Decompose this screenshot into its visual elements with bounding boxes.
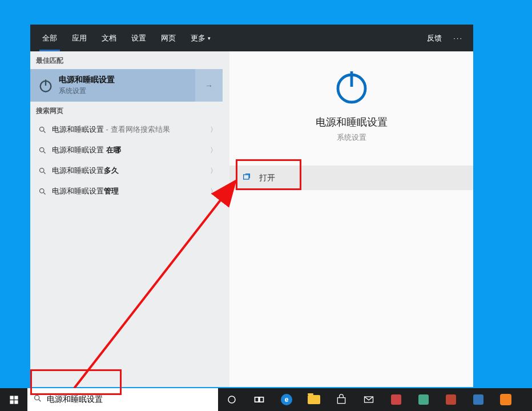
tab-settings[interactable]: 设置 bbox=[124, 25, 154, 51]
app-icon[interactable] bbox=[492, 388, 519, 411]
svg-rect-12 bbox=[244, 175, 249, 179]
best-match-title: 电源和睡眠设置 bbox=[59, 75, 115, 85]
svg-rect-18 bbox=[14, 400, 18, 404]
app-icon[interactable] bbox=[382, 388, 410, 411]
taskbar: e bbox=[0, 388, 532, 411]
svg-rect-15 bbox=[10, 396, 13, 399]
search-results-panel: 全部 应用 文档 设置 网页 更多▾ 反馈 ··· 最佳匹配 电源和睡眠设置 系… bbox=[30, 25, 473, 387]
svg-point-2 bbox=[39, 127, 44, 131]
best-match-item[interactable]: 电源和睡眠设置 系统设置 → bbox=[30, 69, 223, 102]
best-match-subtitle: 系统设置 bbox=[59, 86, 115, 96]
search-tabs-bar: 全部 应用 文档 设置 网页 更多▾ 反馈 ··· bbox=[30, 25, 473, 51]
app-icon[interactable] bbox=[410, 388, 437, 411]
svg-rect-16 bbox=[14, 396, 18, 399]
search-icon bbox=[36, 126, 49, 134]
svg-rect-17 bbox=[10, 400, 13, 404]
tab-more[interactable]: 更多▾ bbox=[183, 25, 218, 51]
svg-line-7 bbox=[43, 172, 45, 174]
svg-point-21 bbox=[228, 396, 235, 403]
search-input[interactable] bbox=[47, 395, 212, 404]
svg-rect-23 bbox=[260, 397, 264, 402]
chevron-right-icon: 〉 bbox=[210, 166, 217, 176]
app-icon[interactable] bbox=[465, 388, 492, 411]
detail-title: 电源和睡眠设置 bbox=[316, 115, 388, 129]
web-search-header: 搜索网页 bbox=[30, 102, 223, 119]
more-options-icon[interactable]: ··· bbox=[448, 34, 469, 42]
svg-rect-24 bbox=[337, 398, 345, 404]
feedback-link[interactable]: 反馈 bbox=[421, 33, 448, 43]
start-button[interactable] bbox=[0, 388, 27, 411]
search-icon bbox=[33, 394, 42, 405]
open-icon bbox=[242, 172, 251, 183]
search-icon bbox=[36, 187, 49, 196]
edge-icon[interactable]: e bbox=[273, 388, 300, 411]
svg-line-9 bbox=[43, 192, 45, 194]
svg-line-20 bbox=[39, 400, 41, 401]
best-match-header: 最佳匹配 bbox=[30, 51, 223, 69]
store-icon[interactable] bbox=[328, 388, 355, 411]
svg-point-6 bbox=[39, 168, 44, 172]
svg-line-5 bbox=[43, 151, 45, 153]
chevron-right-icon: 〉 bbox=[210, 187, 217, 196]
chevron-down-icon: ▾ bbox=[208, 35, 211, 41]
taskbar-search-box[interactable] bbox=[27, 388, 218, 411]
chevron-right-icon: 〉 bbox=[210, 125, 217, 135]
web-result-item[interactable]: 电源和睡眠设置多久 〉 bbox=[30, 160, 223, 181]
tab-all[interactable]: 全部 bbox=[35, 25, 65, 51]
open-label: 打开 bbox=[259, 173, 275, 183]
task-view-icon[interactable] bbox=[245, 388, 273, 411]
svg-point-19 bbox=[35, 396, 39, 400]
detail-subtitle: 系统设置 bbox=[337, 132, 366, 143]
tab-web[interactable]: 网页 bbox=[154, 25, 183, 51]
results-left-column: 最佳匹配 电源和睡眠设置 系统设置 → 搜索网页 电源 bbox=[30, 51, 223, 387]
search-icon bbox=[36, 146, 49, 155]
svg-rect-22 bbox=[255, 397, 259, 402]
mail-icon[interactable] bbox=[355, 388, 382, 411]
web-result-item[interactable]: 电源和睡眠设置 在哪 〉 bbox=[30, 140, 223, 160]
results-detail-pane: 电源和睡眠设置 系统设置 打开 bbox=[229, 51, 473, 387]
cortana-icon[interactable] bbox=[218, 388, 245, 411]
chevron-right-icon: 〉 bbox=[210, 146, 217, 155]
svg-line-3 bbox=[43, 131, 45, 132]
power-icon bbox=[37, 77, 54, 94]
open-action[interactable]: 打开 bbox=[229, 166, 473, 190]
file-explorer-icon[interactable] bbox=[300, 388, 328, 411]
svg-point-8 bbox=[39, 188, 44, 193]
tab-apps[interactable]: 应用 bbox=[65, 25, 94, 51]
svg-point-4 bbox=[39, 147, 44, 152]
app-icon[interactable] bbox=[437, 388, 465, 411]
web-result-item[interactable]: 电源和睡眠设置管理 〉 bbox=[30, 181, 223, 202]
power-icon bbox=[331, 66, 372, 107]
expand-arrow-icon[interactable]: → bbox=[195, 69, 223, 102]
search-icon bbox=[36, 167, 49, 175]
web-result-item[interactable]: 电源和睡眠设置 - 查看网络搜索结果 〉 bbox=[30, 119, 223, 140]
tab-documents[interactable]: 文档 bbox=[94, 25, 124, 51]
